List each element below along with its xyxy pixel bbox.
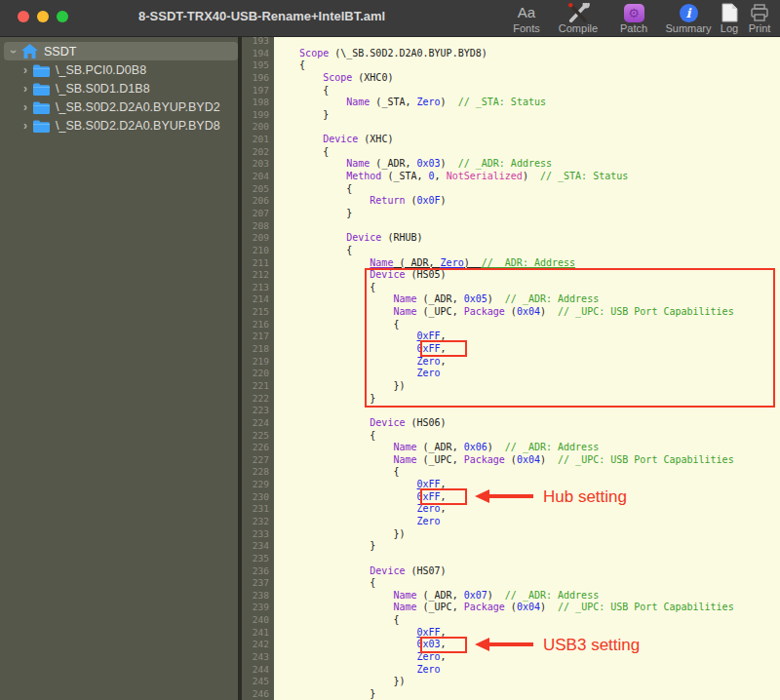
- patch-gear-icon: ⚙: [624, 4, 644, 22]
- line-number: 222: [242, 393, 269, 406]
- code-line: Scope (\_SB.S0D2.D2A0.BYUP.BYD8): [276, 48, 734, 60]
- sidebar-item-sb-s0d2-byd2[interactable]: › \_SB.S0D2.D2A0.BYUP.BYD2: [4, 98, 250, 117]
- sidebar-item-label: \_SB.PCI0.D0B8: [56, 63, 146, 77]
- line-number: 204: [242, 171, 269, 183]
- annotation-box-hs06-value: [420, 488, 467, 505]
- code-line: [276, 37, 734, 48]
- print-button[interactable]: Print: [743, 2, 776, 35]
- code-line: [276, 220, 734, 233]
- compile-button-label: Compile: [551, 23, 605, 34]
- titlebar-toolbar: 8-SSDT-TRX40-USB-Rename+IntelBT.aml Aa F…: [0, 0, 780, 37]
- line-number: 212: [242, 269, 269, 282]
- folder-icon: [33, 120, 51, 133]
- summary-button-label: Summary: [661, 23, 716, 34]
- patch-button-label: Patch: [611, 23, 656, 34]
- chevron-right-icon[interactable]: ›: [20, 119, 31, 133]
- compile-button[interactable]: Compile: [551, 2, 605, 35]
- annotation-arrow-usb3: [475, 638, 535, 651]
- code-line: Name (_ADR, 0x03) // _ADR: Address: [276, 158, 734, 171]
- line-number: 226: [242, 442, 269, 454]
- line-number: 205: [242, 183, 269, 196]
- line-number: 195: [242, 59, 269, 72]
- zoom-button[interactable]: [57, 11, 68, 22]
- code-line: Zero: [276, 516, 734, 528]
- line-number: 225: [242, 430, 269, 443]
- code-line: {: [276, 245, 734, 257]
- code-line: {: [276, 85, 734, 97]
- code-line: {: [276, 430, 734, 443]
- line-number: 241: [242, 627, 269, 640]
- line-number: 221: [242, 380, 269, 393]
- code-line: Name (_ADR, 0x07) // _ADR: Address: [276, 590, 734, 603]
- code-line: Name (_UPC, Package (0x04) // _UPC: USB …: [276, 454, 734, 467]
- code-line: Device (HS06): [276, 417, 734, 430]
- line-number: 196: [242, 72, 269, 85]
- code-line: }): [276, 528, 734, 541]
- compile-tools-icon: [566, 3, 590, 22]
- line-number: 219: [242, 356, 269, 369]
- summary-button[interactable]: i Summary: [661, 2, 716, 35]
- code-line: Device (RHUB): [276, 232, 734, 245]
- line-number: 244: [242, 664, 269, 677]
- sidebar-item-ssdt[interactable]: › SSDT: [4, 42, 238, 60]
- minimize-button[interactable]: [37, 11, 49, 22]
- line-number: 201: [242, 134, 269, 146]
- chevron-down-icon[interactable]: ›: [7, 46, 20, 58]
- code-line: }: [276, 688, 734, 700]
- line-number: 208: [242, 220, 269, 233]
- line-number: 220: [242, 368, 269, 380]
- code-line: Device (XHC): [276, 134, 734, 146]
- line-number: 228: [242, 466, 269, 479]
- annotation-label-usb3-setting: USB3 setting: [543, 636, 640, 655]
- line-number: 217: [242, 331, 269, 343]
- code-line: [276, 121, 734, 134]
- app-window: 8-SSDT-TRX40-USB-Rename+IntelBT.aml Aa F…: [0, 0, 780, 700]
- fonts-button[interactable]: Aa Fonts: [502, 2, 551, 35]
- sidebar-item-label: \_SB.S0D1.D1B8: [56, 82, 150, 96]
- close-button[interactable]: [18, 11, 29, 22]
- line-number: 214: [242, 293, 269, 306]
- line-number-gutter: 1931941951961971981992002012022032042052…: [242, 37, 269, 700]
- line-number: 194: [242, 48, 269, 60]
- print-button-label: Print: [743, 23, 776, 34]
- code-editor[interactable]: Scope (\_SB.S0D2.D2A0.BYUP.BYD8) { Scope…: [274, 37, 780, 700]
- code-line: Zero,: [276, 503, 734, 516]
- code-line: }: [276, 540, 734, 553]
- sidebar-item-sb-s0d1-d1b8[interactable]: › \_SB.S0D1.D1B8: [4, 80, 250, 98]
- code-line: Scope (XHC0): [276, 72, 734, 85]
- line-number: 246: [242, 688, 269, 700]
- line-number: 232: [242, 516, 269, 528]
- home-icon: [21, 44, 39, 58]
- line-number: 216: [242, 319, 269, 331]
- line-number: 199: [242, 109, 269, 122]
- line-number: 211: [242, 257, 269, 270]
- annotation-arrow-hub: [475, 489, 535, 503]
- sidebar-item-sb-pci0-d0b8[interactable]: › \_SB.PCI0.D0B8: [4, 61, 250, 80]
- log-button[interactable]: Log: [716, 2, 743, 35]
- line-number: 245: [242, 676, 269, 688]
- annotation-box-hs07-value: [420, 637, 467, 653]
- folder-icon: [33, 101, 51, 114]
- chevron-right-icon[interactable]: ›: [20, 100, 31, 114]
- line-number: 223: [242, 405, 269, 417]
- line-number: 242: [242, 639, 269, 651]
- line-number: 198: [242, 97, 269, 109]
- code-line: Method (_STA, 0, NotSerialized) // _STA:…: [276, 171, 734, 183]
- patch-button[interactable]: ⚙ Patch: [611, 2, 656, 35]
- line-number: 202: [242, 146, 269, 159]
- line-number: 197: [242, 85, 269, 97]
- line-number: 239: [242, 602, 269, 614]
- line-number: 213: [242, 282, 269, 294]
- chevron-right-icon[interactable]: ›: [20, 82, 31, 96]
- sidebar: › SSDT › \_SB.PCI0.D0B8 › \_SB.S0D1.D1B8…: [0, 37, 238, 700]
- chevron-right-icon[interactable]: ›: [20, 63, 31, 77]
- sidebar-item-sb-s0d2-byd8[interactable]: › \_SB.S0D2.D2A0.BYUP.BYD8: [4, 117, 250, 136]
- code-line: Zero,: [276, 651, 734, 664]
- line-number: 193: [242, 37, 269, 48]
- code-line: [276, 553, 734, 565]
- summary-info-icon: i: [680, 4, 698, 22]
- line-number: 243: [242, 651, 269, 664]
- code-line: {: [276, 183, 734, 196]
- code-line: }): [276, 676, 734, 688]
- line-number: 210: [242, 245, 269, 257]
